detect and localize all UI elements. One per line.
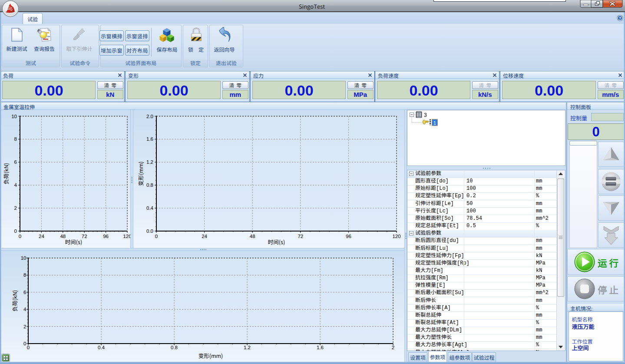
svg-text:?: ? [619,16,622,20]
svg-text:0.4: 0.4 [146,205,154,211]
svg-text:2: 2 [392,345,394,350]
svg-text:0: 0 [155,234,158,239]
svg-text:0: 0 [14,228,17,234]
svg-text:24: 24 [39,234,44,239]
svg-text:3: 3 [424,112,427,118]
svg-text:72: 72 [82,234,87,239]
svg-text:2.0: 2.0 [146,113,153,119]
svg-text:8: 8 [14,136,17,142]
svg-text:0: 0 [27,345,30,350]
svg-text:96: 96 [346,234,351,239]
svg-text:96: 96 [103,234,109,239]
svg-text:2: 2 [23,324,26,329]
svg-text:1.6: 1.6 [146,136,153,142]
svg-text:1.6: 1.6 [317,345,324,350]
svg-text:0: 0 [19,234,21,239]
svg-text:变形(mm): 变形(mm) [137,161,145,186]
svg-text:8: 8 [23,272,26,278]
svg-text:时间(s): 时间(s) [65,238,82,246]
svg-text:0: 0 [23,341,26,346]
svg-text:0.8: 0.8 [146,182,153,188]
svg-text:1.2: 1.2 [244,345,251,350]
svg-text:72: 72 [298,234,303,239]
svg-text:4: 4 [23,307,26,312]
svg-text:变形(mm): 变形(mm) [198,351,223,360]
svg-text:2: 2 [14,205,17,211]
svg-text:0.4: 0.4 [98,345,105,350]
svg-text:负荷(kN): 负荷(kN) [2,163,10,184]
svg-text:0.0: 0.0 [146,228,153,234]
svg-text:10: 10 [21,255,26,261]
svg-text:6: 6 [14,159,17,165]
svg-text:24: 24 [202,234,207,239]
svg-text:1.2: 1.2 [146,159,153,165]
svg-text:6: 6 [23,290,26,295]
svg-text:10: 10 [11,113,17,119]
svg-text:120: 120 [392,234,400,239]
svg-text:负荷(kN): 负荷(kN) [10,290,19,311]
svg-text:1: 1 [433,120,436,126]
svg-text:4: 4 [14,182,17,188]
svg-text:时间(s): 时间(s) [268,238,285,246]
svg-text:48: 48 [250,234,255,239]
svg-text:0.8: 0.8 [171,345,178,350]
